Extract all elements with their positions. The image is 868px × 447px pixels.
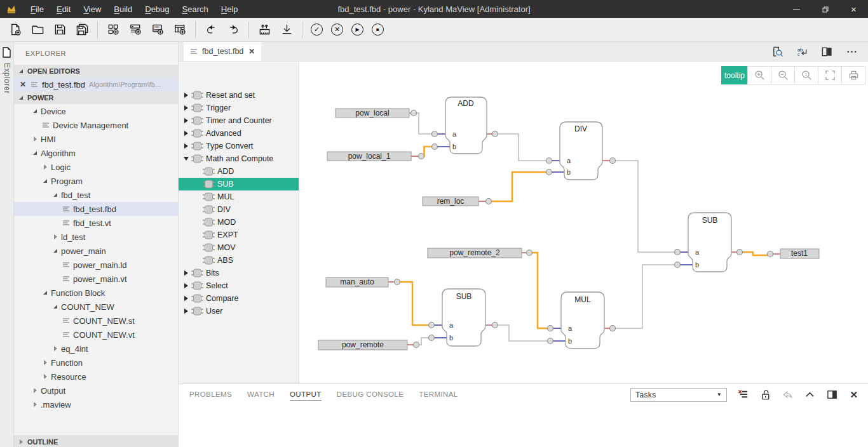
tree-item-device[interactable]: Device bbox=[14, 104, 178, 118]
block-sub-top[interactable]: SUB a b bbox=[681, 213, 737, 272]
toolbox-item-abs[interactable]: ABS bbox=[179, 254, 299, 267]
editor-tab-fbd-test[interactable]: fbd_test.fbd ✕ bbox=[184, 42, 261, 61]
zoom-reset-button[interactable]: 1 bbox=[794, 66, 818, 84]
menu-edit[interactable]: Edit bbox=[50, 4, 77, 14]
run-button[interactable]: ▶ bbox=[351, 23, 363, 36]
close-editor-icon[interactable]: ✕ bbox=[20, 80, 26, 89]
close-panel-button[interactable]: ✕ bbox=[848, 389, 860, 401]
tree-item-ld-test[interactable]: ld_test bbox=[14, 230, 178, 244]
fit-screen-button[interactable] bbox=[818, 66, 842, 84]
build-check-button[interactable]: ✓ bbox=[311, 23, 323, 36]
close-tab-icon[interactable]: ✕ bbox=[248, 47, 255, 56]
split-editor-icon[interactable] bbox=[821, 46, 833, 58]
block-mul[interactable]: MUL a b bbox=[553, 292, 610, 349]
add-device-table-button[interactable] bbox=[173, 23, 187, 37]
variable-pow-remote-2[interactable]: pow_remote_2 bbox=[428, 248, 527, 258]
tree-item-device-management[interactable]: Device Management bbox=[14, 118, 178, 132]
menu-debug[interactable]: Debug bbox=[139, 4, 175, 14]
open-editor-item[interactable]: ✕ fbd_test.fbd Algorithm\Program\fb... bbox=[14, 77, 178, 91]
panel-tab-problems[interactable]: PROBLEMS bbox=[189, 389, 232, 401]
block-sub-bottom[interactable]: SUB a b bbox=[435, 289, 492, 346]
maximize-panel-button[interactable] bbox=[803, 389, 816, 401]
tree-item-power-main-vt[interactable]: power_main.vt bbox=[14, 272, 178, 286]
toolbox-category-user[interactable]: User bbox=[179, 305, 299, 317]
tree-item-function[interactable]: Function bbox=[14, 356, 178, 370]
panel-layout-button[interactable] bbox=[825, 389, 838, 401]
tree-item-logic[interactable]: Logic bbox=[14, 160, 178, 174]
toolbox-category-trigger[interactable]: Trigger bbox=[179, 102, 299, 114]
menu-view[interactable]: View bbox=[77, 4, 107, 14]
undo-button[interactable] bbox=[204, 23, 218, 37]
close-window-button[interactable]: × bbox=[839, 0, 868, 18]
variable-man-auto[interactable]: man_auto bbox=[326, 277, 395, 287]
print-button[interactable] bbox=[841, 66, 865, 84]
toolbox-category-math-and-compute[interactable]: Math and Compute bbox=[179, 152, 299, 165]
variable-pow-local-1[interactable]: pow_local_1 bbox=[327, 152, 419, 161]
open-editors-header[interactable]: OPEN EDITORS bbox=[14, 65, 178, 77]
stop-button[interactable]: ■ bbox=[372, 23, 384, 36]
toolbox-item-mod[interactable]: MOD bbox=[179, 216, 299, 229]
replace-icon[interactable]: abc bbox=[796, 46, 808, 58]
tree-item-resource[interactable]: Resource bbox=[14, 370, 178, 384]
tree-item-eq-4int[interactable]: eq_4int bbox=[14, 342, 178, 356]
redo-button[interactable] bbox=[226, 23, 240, 37]
open-folder-button[interactable] bbox=[31, 23, 44, 37]
toolbox-category-advanced[interactable]: Advanced bbox=[179, 127, 299, 140]
variable-pow-remote[interactable]: pow_remote bbox=[318, 340, 414, 350]
menu-file[interactable]: File bbox=[24, 4, 50, 14]
zoom-in-button[interactable] bbox=[747, 66, 771, 84]
project-header[interactable]: POWER bbox=[14, 91, 178, 104]
tree-item-program[interactable]: Program bbox=[14, 174, 178, 188]
add-program-button[interactable] bbox=[128, 23, 142, 37]
fbd-canvas[interactable]: pow_local pow_local_1 rem_loc bbox=[299, 89, 868, 384]
panel-tab-output[interactable]: OUTPUT bbox=[290, 389, 322, 401]
toolbox-category-select[interactable]: Select bbox=[179, 279, 299, 292]
tree-item-maview[interactable]: .maview bbox=[14, 397, 178, 411]
toolbox-category-type-convert[interactable]: Type Convert bbox=[179, 140, 299, 152]
toolbox-category-compare[interactable]: Compare bbox=[179, 292, 299, 305]
toolbox-item-add[interactable]: ADD bbox=[179, 165, 299, 178]
tasks-dropdown[interactable]: Tasks ▼ bbox=[630, 388, 727, 402]
file-search-icon[interactable] bbox=[771, 46, 783, 58]
add-hmi-button[interactable]: HMI bbox=[151, 23, 165, 37]
toolbox-item-mov[interactable]: MOV bbox=[179, 241, 299, 254]
pin-output-button[interactable] bbox=[781, 389, 794, 401]
tree-item-fbd-test-fbd[interactable]: fbd_test.fbd bbox=[14, 202, 178, 216]
toolbox-item-mul[interactable]: MUL bbox=[179, 190, 299, 203]
tree-item-power-main-ld[interactable]: power_main.ld bbox=[14, 258, 178, 272]
add-project-button[interactable] bbox=[106, 23, 120, 37]
tree-item-function-block[interactable]: Function Block bbox=[14, 286, 178, 300]
toolbox-item-expt[interactable]: EXPT bbox=[179, 229, 299, 241]
toolbox-item-div[interactable]: DIV bbox=[179, 203, 299, 216]
tree-item-output[interactable]: Output bbox=[14, 384, 178, 397]
save-button[interactable] bbox=[53, 23, 67, 37]
download-button[interactable] bbox=[280, 23, 294, 37]
tree-item-hmi[interactable]: HMI bbox=[14, 132, 178, 146]
tree-item-count-new-st[interactable]: COUNT_NEW.st bbox=[14, 314, 178, 328]
minimize-button[interactable] bbox=[782, 0, 811, 18]
menu-build[interactable]: Build bbox=[107, 4, 139, 14]
toolbox-category-timer-and-counter[interactable]: Timer and Counter bbox=[179, 114, 299, 127]
panel-tab-debug-console[interactable]: DEBUG CONSOLE bbox=[337, 389, 404, 401]
zoom-out-button[interactable] bbox=[771, 66, 795, 84]
panel-tab-terminal[interactable]: TERMINAL bbox=[419, 389, 458, 401]
outline-header[interactable]: OUTLINE bbox=[14, 436, 178, 447]
build-cancel-button[interactable]: ✕ bbox=[331, 23, 343, 36]
block-div[interactable]: DIV a b bbox=[552, 122, 610, 180]
menu-search[interactable]: Search bbox=[176, 4, 215, 14]
download-to-device-button[interactable] bbox=[257, 23, 271, 37]
tree-item-count-new-vt[interactable]: COUNT_NEW.vt bbox=[14, 328, 178, 342]
variable-rem-loc[interactable]: rem_loc bbox=[423, 197, 486, 206]
variable-test1[interactable]: test1 bbox=[773, 249, 820, 258]
explorer-view-icon[interactable] bbox=[2, 47, 11, 58]
tree-item-fbd-test[interactable]: fbd_test bbox=[14, 188, 178, 202]
menu-help[interactable]: Help bbox=[215, 4, 245, 14]
tooltip-toggle-button[interactable]: tooltip bbox=[721, 66, 748, 84]
tree-item-power-main[interactable]: power_main bbox=[14, 244, 178, 258]
new-file-button[interactable] bbox=[8, 23, 22, 37]
tree-item-count-new[interactable]: COUNT_NEW bbox=[14, 300, 178, 314]
variable-pow-local[interactable]: pow_local bbox=[336, 109, 411, 117]
save-all-button[interactable] bbox=[75, 23, 89, 37]
more-actions-icon[interactable] bbox=[846, 46, 858, 58]
block-add[interactable]: ADD a b bbox=[438, 97, 492, 154]
